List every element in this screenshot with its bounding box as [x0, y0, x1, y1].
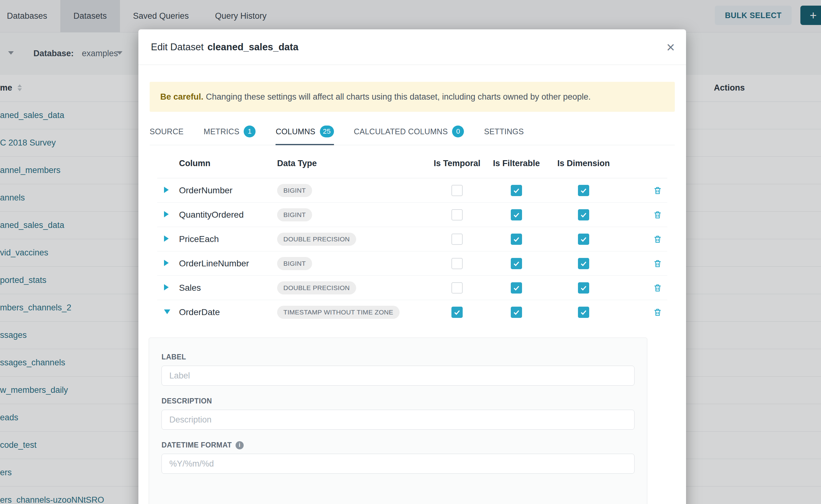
- modal-title-dataset-name: cleaned_sales_data: [207, 42, 298, 52]
- modal-header: Edit Datasetcleaned_sales_data ×: [138, 29, 686, 65]
- column-name: Sales: [179, 283, 277, 293]
- metrics-count-badge: 1: [244, 126, 255, 137]
- close-icon[interactable]: ×: [666, 40, 675, 54]
- is-temporal-checkbox[interactable]: [452, 258, 463, 269]
- is-filterable-checkbox[interactable]: [511, 209, 522, 220]
- delete-icon[interactable]: [653, 283, 662, 293]
- tab-calculated-columns-label: CALCULATED COLUMNS: [354, 127, 448, 136]
- expand-caret-icon[interactable]: [164, 187, 169, 193]
- edit-dataset-modal: Edit Datasetcleaned_sales_data × Be care…: [138, 29, 686, 504]
- delete-icon[interactable]: [653, 235, 662, 244]
- data-type-pill: DOUBLE PRECISION: [277, 233, 356, 246]
- is-dimension-checkbox[interactable]: [578, 282, 589, 294]
- header-is-filterable: Is Filterable: [485, 159, 548, 168]
- table-row: OrderLineNumber BIGINT: [157, 251, 667, 276]
- is-filterable-checkbox[interactable]: [511, 258, 522, 269]
- header-column: Column: [179, 159, 277, 168]
- is-temporal-checkbox[interactable]: [452, 307, 463, 318]
- is-filterable-checkbox[interactable]: [511, 185, 522, 196]
- modal-tabs: SOURCE METRICS 1 COLUMNS 25 CALCULATED C…: [150, 126, 675, 145]
- description-field: DESCRIPTION: [161, 397, 635, 430]
- header-is-dimension: Is Dimension: [548, 159, 620, 168]
- collapse-caret-icon[interactable]: [164, 309, 170, 314]
- data-type-pill: BIGINT: [277, 257, 312, 270]
- tab-settings-label: SETTINGS: [484, 127, 524, 136]
- modal-title: Edit Datasetcleaned_sales_data: [151, 42, 298, 53]
- modal-title-prefix: Edit Dataset: [151, 42, 204, 52]
- expand-caret-icon[interactable]: [164, 260, 169, 266]
- data-type-pill: DOUBLE PRECISION: [277, 281, 356, 294]
- delete-icon[interactable]: [653, 259, 662, 268]
- is-dimension-checkbox[interactable]: [578, 307, 589, 318]
- column-name: QuantityOrdered: [179, 210, 277, 220]
- is-dimension-checkbox[interactable]: [578, 185, 589, 196]
- header-data-type: Data Type: [277, 159, 429, 168]
- columns-table-header: Column Data Type Is Temporal Is Filterab…: [157, 149, 667, 178]
- is-filterable-checkbox[interactable]: [511, 282, 522, 294]
- is-dimension-checkbox[interactable]: [578, 209, 589, 220]
- expand-caret-icon[interactable]: [164, 211, 169, 217]
- datetime-format-input[interactable]: [161, 454, 635, 474]
- column-name: PriceEach: [179, 234, 277, 244]
- tab-columns[interactable]: COLUMNS 25: [275, 126, 334, 145]
- table-row: Sales DOUBLE PRECISION: [157, 276, 667, 300]
- warning-banner: Be careful.Changing these settings will …: [150, 82, 675, 112]
- delete-icon[interactable]: [653, 210, 662, 220]
- column-detail-panel: LABEL DESCRIPTION DATETIME FORMAT i: [149, 338, 647, 504]
- datetime-format-label: DATETIME FORMAT: [161, 441, 232, 449]
- expand-caret-icon[interactable]: [164, 235, 169, 242]
- tab-source[interactable]: SOURCE: [150, 126, 184, 145]
- data-type-pill: TIMESTAMP WITHOUT TIME ZONE: [277, 306, 399, 319]
- expand-caret-icon[interactable]: [164, 284, 169, 290]
- is-filterable-checkbox[interactable]: [511, 307, 522, 318]
- label-field-label: LABEL: [161, 353, 635, 361]
- is-temporal-checkbox[interactable]: [452, 185, 463, 196]
- description-field-label: DESCRIPTION: [161, 397, 635, 405]
- description-input[interactable]: [161, 410, 635, 430]
- table-row: OrderNumber BIGINT: [157, 178, 667, 203]
- info-icon[interactable]: i: [235, 441, 244, 449]
- is-temporal-checkbox[interactable]: [452, 209, 463, 220]
- table-row: PriceEach DOUBLE PRECISION: [157, 227, 667, 251]
- table-row: QuantityOrdered BIGINT: [157, 203, 667, 227]
- label-input[interactable]: [161, 366, 635, 386]
- warning-banner-text: Changing these settings will affect all …: [206, 92, 591, 101]
- table-row-expanded: OrderDate TIMESTAMP WITHOUT TIME ZONE: [157, 300, 667, 324]
- column-name: OrderLineNumber: [179, 259, 277, 269]
- data-type-pill: BIGINT: [277, 208, 312, 221]
- delete-icon[interactable]: [653, 308, 662, 317]
- is-dimension-checkbox[interactable]: [578, 234, 589, 245]
- is-temporal-checkbox[interactable]: [452, 234, 463, 245]
- tab-columns-label: COLUMNS: [275, 127, 315, 136]
- tab-source-label: SOURCE: [150, 127, 184, 136]
- is-temporal-checkbox[interactable]: [452, 282, 463, 294]
- is-dimension-checkbox[interactable]: [578, 258, 589, 269]
- datetime-format-field: DATETIME FORMAT i: [161, 441, 635, 474]
- label-field: LABEL: [161, 353, 635, 386]
- header-is-temporal: Is Temporal: [429, 159, 485, 168]
- column-name: OrderNumber: [179, 185, 277, 195]
- is-filterable-checkbox[interactable]: [511, 234, 522, 245]
- warning-banner-bold: Be careful.: [160, 92, 203, 101]
- tab-calculated-columns[interactable]: CALCULATED COLUMNS 0: [354, 126, 464, 145]
- tab-metrics-label: METRICS: [204, 127, 240, 136]
- column-name: OrderDate: [179, 307, 277, 317]
- columns-count-badge: 25: [320, 126, 334, 137]
- tab-settings[interactable]: SETTINGS: [484, 126, 524, 145]
- calculated-columns-count-badge: 0: [452, 126, 464, 137]
- tab-metrics[interactable]: METRICS 1: [204, 126, 256, 145]
- data-type-pill: BIGINT: [277, 184, 312, 197]
- delete-icon[interactable]: [653, 186, 662, 195]
- columns-table: Column Data Type Is Temporal Is Filterab…: [157, 149, 667, 324]
